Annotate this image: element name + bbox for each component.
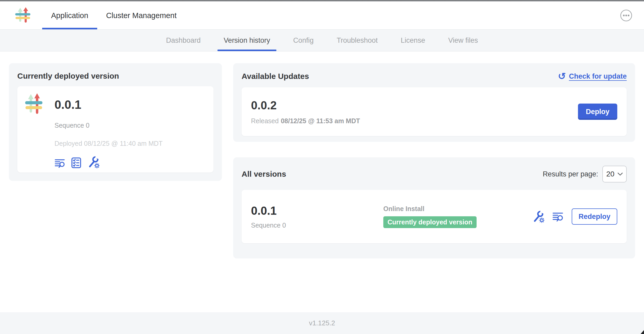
app-footer: v1.125.2 [0, 312, 644, 334]
install-type-label: Online Install [383, 205, 532, 213]
subnav-item-dashboard[interactable]: Dashboard [165, 30, 202, 51]
config-wrench-icon[interactable] [87, 156, 100, 168]
results-per-page: Results per page: 20 [543, 166, 627, 182]
app-logo [15, 2, 30, 29]
deployed-version-number: 0.0.1 [54, 93, 163, 116]
update-version-number: 0.0.2 [251, 99, 360, 112]
results-per-page-value: 20 [606, 170, 614, 178]
deployed-version-info: 0.0.1 Sequence 0 Deployed 08/12/25 @ 11:… [54, 93, 163, 166]
all-versions-title: All versions [242, 170, 286, 179]
deployed-version-actions [54, 156, 163, 168]
released-timestamp: 08/12/25 @ 11:53 am MDT [281, 117, 360, 125]
subnav-item-view-files-label: View files [448, 36, 478, 45]
tab-application[interactable]: Application [42, 2, 97, 29]
update-info: 0.0.2 Released08/12/25 @ 11:53 am MDT [251, 99, 360, 125]
app-logo-icon [25, 93, 42, 116]
app-header: Application Cluster Management [0, 2, 644, 30]
version-row-sequence: Sequence 0 [251, 222, 383, 229]
results-per-page-select[interactable]: 20 [602, 166, 627, 182]
tab-cluster-management-label: Cluster Management [106, 11, 177, 20]
subnav-item-troubleshoot-label: Troubleshoot [337, 36, 378, 45]
subnav-item-config[interactable]: Config [292, 30, 315, 51]
subnav-item-view-files[interactable]: View files [447, 30, 480, 51]
header-spacer [185, 2, 620, 29]
results-per-page-label: Results per page: [543, 170, 598, 178]
currently-deployed-badge: Currently deployed version [383, 216, 477, 228]
subnav-item-license-label: License [401, 36, 425, 45]
version-row-actions: Redeploy [532, 208, 617, 225]
primary-nav: Application Cluster Management [42, 2, 185, 29]
version-history-page: Currently deployed version 0.0.1 Sequenc… [0, 51, 644, 312]
app-logo-icon [15, 7, 30, 24]
subnav-item-license[interactable]: License [399, 30, 427, 51]
version-row-status: Online Install Currently deployed versio… [383, 205, 532, 228]
check-for-update-link[interactable]: ↺ Check for update [558, 72, 627, 81]
all-versions-card: All versions Results per page: 20 0.0.1 … [233, 157, 635, 258]
overflow-menu-button[interactable] [620, 2, 632, 29]
available-updates-card: Available Updates ↺ Check for update 0.0… [233, 63, 635, 142]
deployed-sequence: Sequence 0 [54, 122, 163, 129]
deployed-timestamp: Deployed 08/12/25 @ 11:40 am MDT [54, 140, 163, 147]
version-row: 0.0.1 Sequence 0 Online Install Currentl… [242, 190, 627, 243]
app-subnav: Dashboard Version history Config Trouble… [0, 30, 644, 51]
redeploy-button[interactable]: Redeploy [572, 208, 617, 225]
refresh-icon: ↺ [558, 72, 566, 81]
check-for-update-label: Check for update [569, 72, 627, 80]
all-versions-header: All versions Results per page: 20 [242, 166, 627, 182]
subnav-item-config-label: Config [293, 36, 314, 45]
update-row: 0.0.2 Released08/12/25 @ 11:53 am MDT De… [242, 87, 627, 136]
update-released-line: Released08/12/25 @ 11:53 am MDT [251, 117, 360, 125]
available-updates-title: Available Updates [242, 72, 309, 81]
preflight-checks-icon[interactable] [71, 157, 81, 168]
currently-deployed-title: Currently deployed version [17, 72, 214, 80]
released-prefix: Released [251, 117, 279, 125]
subnav-item-troubleshoot[interactable]: Troubleshoot [335, 30, 379, 51]
deployed-version-panel: 0.0.1 Sequence 0 Deployed 08/12/25 @ 11:… [17, 86, 214, 173]
subnav-item-version-history-label: Version history [224, 36, 270, 45]
tab-application-label: Application [51, 11, 88, 20]
config-wrench-icon[interactable] [532, 210, 544, 223]
subnav-item-dashboard-label: Dashboard [166, 36, 201, 45]
available-updates-header: Available Updates ↺ Check for update [242, 72, 627, 81]
chevron-down-icon [618, 173, 623, 176]
ellipsis-icon [620, 9, 632, 22]
logs-icon[interactable] [54, 158, 66, 168]
deploy-button[interactable]: Deploy [578, 104, 617, 120]
version-row-number: 0.0.1 [251, 204, 383, 217]
currently-deployed-card: Currently deployed version 0.0.1 Sequenc… [9, 63, 222, 181]
right-column: Available Updates ↺ Check for update 0.0… [233, 63, 635, 312]
subnav-item-version-history[interactable]: Version history [222, 30, 272, 51]
version-row-info: 0.0.1 Sequence 0 [251, 204, 383, 229]
console-version: v1.125.2 [309, 319, 335, 327]
logs-icon[interactable] [552, 211, 564, 222]
tab-cluster-management[interactable]: Cluster Management [97, 2, 185, 29]
